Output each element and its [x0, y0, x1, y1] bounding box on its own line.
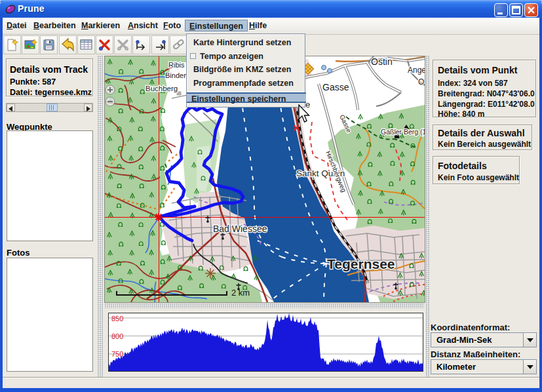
- svg-text:Gaßler Berg (118: Gaßler Berg (118: [381, 128, 425, 136]
- svg-text:750: 750: [111, 350, 123, 358]
- svg-text:850: 850: [111, 315, 123, 323]
- svg-text:Ange: Ange: [408, 66, 425, 75]
- svg-text:800: 800: [111, 332, 123, 340]
- svg-text:Tegernsee: Tegernsee: [327, 256, 395, 271]
- svg-text:Bad Wiessee: Bad Wiessee: [213, 224, 267, 234]
- svg-text:Binden: Binden: [165, 71, 187, 79]
- svg-text:O: O: [418, 77, 424, 87]
- svg-text:2 km: 2 km: [231, 288, 250, 298]
- svg-text:Ribis: Ribis: [168, 61, 185, 69]
- svg-text:Ostin: Ostin: [371, 56, 393, 67]
- svg-text:Gasse: Gasse: [322, 82, 349, 92]
- svg-text:Buchberg: Buchberg: [145, 85, 178, 92]
